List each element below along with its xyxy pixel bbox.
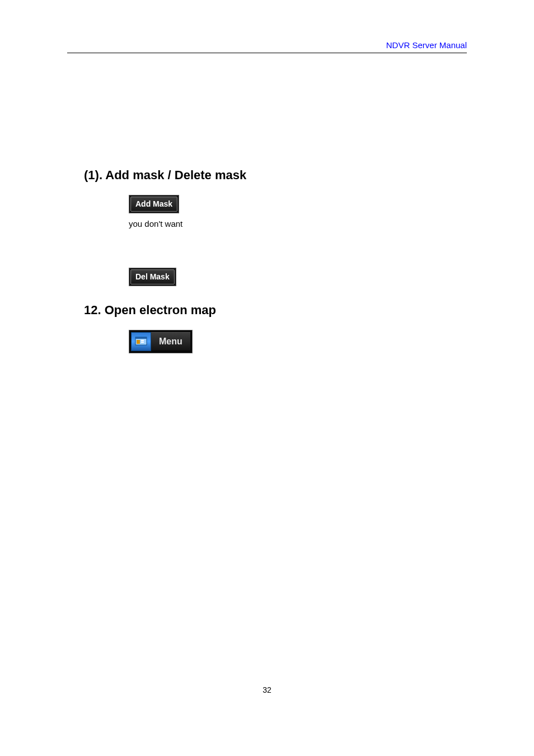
add-mask-button[interactable]: Add Mask	[129, 195, 179, 213]
add-mask-description: you don't want	[129, 219, 467, 228]
header-manual-title: NDVR Server Manual	[386, 40, 467, 50]
section-heading-open-electron-map: 12. Open electron map	[84, 303, 467, 318]
page-content: (1). Add mask / Delete mask Add Mask you…	[84, 168, 467, 353]
section-heading-add-delete-mask: (1). Add mask / Delete mask	[84, 168, 467, 183]
del-mask-button-label: Del Mask	[130, 269, 175, 284]
svg-rect-2	[137, 340, 140, 344]
header-divider	[67, 53, 467, 53]
svg-rect-1	[135, 337, 147, 339]
del-mask-button[interactable]: Del Mask	[129, 268, 176, 286]
menu-button[interactable]: Menu	[129, 330, 193, 353]
add-mask-button-label: Add Mask	[130, 197, 177, 212]
menu-button-label: Menu	[151, 332, 190, 351]
page-number: 32	[0, 685, 534, 694]
map-icon	[131, 332, 151, 351]
svg-rect-3	[141, 340, 144, 341]
svg-rect-4	[141, 342, 144, 343]
